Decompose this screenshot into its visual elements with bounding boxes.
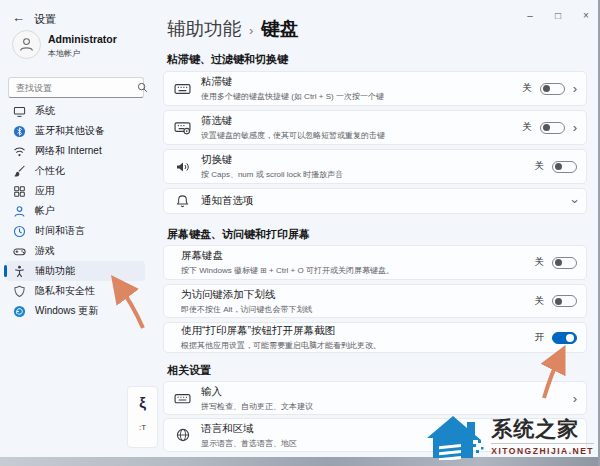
chevron-down-icon: › xyxy=(568,199,581,203)
breadcrumb-parent[interactable]: 辅助功能 xyxy=(167,16,241,41)
toggle-state-label: 关 xyxy=(522,82,532,95)
user-account-type: 本地帐户 xyxy=(48,48,80,59)
settings-window: ← 设置 – □ × Administrator 本地帐户 系统 蓝牙和其他设备 xyxy=(0,0,600,466)
language-icon xyxy=(164,427,201,443)
watermark-domain: XITONGZHIJIA.NET xyxy=(491,443,594,456)
row-typing[interactable]: 输入 拼写检查、自动更正、文本建议 › xyxy=(163,381,587,415)
row-subtitle: 即使不按住 Alt，访问键也会带下划线 xyxy=(181,304,313,315)
section-title-osk-access-printscreen: 屏幕键盘、访问键和打印屏幕 xyxy=(167,227,310,242)
sidebar-item-label: 隐私和安全性 xyxy=(35,284,95,298)
fragment-glyph: ξ xyxy=(128,394,157,411)
sidebar-item-gaming[interactable]: 游戏 xyxy=(5,241,145,261)
sidebar-item-label: Windows 更新 xyxy=(35,304,98,318)
underline-access-keys-toggle[interactable] xyxy=(552,295,577,307)
sticky-keys-icon xyxy=(164,80,201,97)
filter-keys-toggle[interactable] xyxy=(540,122,565,134)
breadcrumb-separator-icon: › xyxy=(249,23,253,38)
typing-keyboard-icon xyxy=(164,390,201,407)
minimize-button[interactable]: – xyxy=(524,10,536,21)
chevron-right-icon: › xyxy=(573,392,577,405)
apps-icon xyxy=(12,185,26,198)
sidebar-item-apps[interactable]: 应用 xyxy=(5,181,145,201)
accounts-icon xyxy=(12,205,26,218)
filter-keys-icon xyxy=(164,119,201,136)
accessibility-icon xyxy=(12,265,26,278)
chevron-right-icon: › xyxy=(573,82,577,95)
section-title-related-settings: 相关设置 xyxy=(167,363,211,378)
row-title: 语言和区域 xyxy=(201,422,297,436)
row-onscreen-keyboard[interactable]: 屏幕键盘 按下 Windows 徽标键 ⊞ + Ctrl + O 可打开或关闭屏… xyxy=(163,245,587,280)
row-toggle-keys[interactable]: 切换键 按 Caps、num 或 scroll lock 时播放声音 关 xyxy=(163,149,587,184)
sidebar-item-label: 系统 xyxy=(35,104,55,118)
sidebar-item-label: 网络和 Internet xyxy=(35,144,102,158)
maximize-button[interactable]: □ xyxy=(552,10,564,21)
sticky-keys-toggle[interactable] xyxy=(540,83,565,95)
row-notification-preferences[interactable]: 通知首选项 › xyxy=(163,188,587,214)
window-title: 设置 xyxy=(34,12,56,27)
sidebar-item-accounts[interactable]: 帐户 xyxy=(5,201,145,221)
user-icon xyxy=(18,36,35,53)
sidebar-item-network[interactable]: 网络和 Internet xyxy=(5,141,145,161)
row-title: 使用“打印屏幕”按钮打开屏幕截图 xyxy=(181,324,381,338)
row-title: 输入 xyxy=(201,385,313,399)
sidebar-item-label: 个性化 xyxy=(35,164,65,178)
row-subtitle: 按下 Windows 徽标键 ⊞ + Ctrl + O 可打开或关闭屏幕键盘。 xyxy=(181,265,394,276)
gaming-icon xyxy=(12,245,26,258)
toggle-state-label: 关 xyxy=(535,256,545,269)
print-screen-toggle[interactable] xyxy=(552,332,577,344)
sidebar-item-label: 游戏 xyxy=(35,244,55,258)
sidebar-item-label: 帐户 xyxy=(35,204,55,218)
sidebar-item-system[interactable]: 系统 xyxy=(5,101,145,121)
row-title: 通知首选项 xyxy=(201,194,254,208)
toggle-keys-toggle[interactable] xyxy=(552,161,577,173)
network-icon xyxy=(12,145,26,158)
fragment-caption: :T xyxy=(128,423,157,432)
row-subtitle: 按 Caps、num 或 scroll lock 时播放声音 xyxy=(201,169,343,180)
toggle-keys-speaker-icon xyxy=(164,159,201,175)
search-box xyxy=(8,77,144,98)
close-button[interactable]: × xyxy=(580,10,592,21)
row-title: 屏幕键盘 xyxy=(181,249,394,263)
sidebar-item-bluetooth[interactable]: 蓝牙和其他设备 xyxy=(5,121,145,141)
sidebar-item-label: 蓝牙和其他设备 xyxy=(35,124,105,138)
row-title: 筛选键 xyxy=(201,114,385,128)
search-input[interactable] xyxy=(9,83,137,93)
watermark: 系统之家 XITONGZHIJIA.NET xyxy=(423,414,594,460)
user-name: Administrator xyxy=(48,33,117,45)
row-subtitle: 使用多个键的键盘快捷键 (如 Ctrl + S) 一次按一个键 xyxy=(201,91,384,102)
sidebar-item-time-language[interactable]: 时间和语言 xyxy=(5,221,145,241)
sidebar-item-accessibility[interactable]: 辅助功能 xyxy=(5,261,145,281)
row-title: 为访问键添加下划线 xyxy=(181,288,313,302)
sidebar-item-privacy[interactable]: 隐私和安全性 xyxy=(5,281,145,301)
time-language-icon xyxy=(12,225,26,238)
toggle-state-label: 关 xyxy=(522,121,532,134)
watermark-brand: 系统之家 xyxy=(491,418,594,439)
sidebar-item-label: 应用 xyxy=(35,184,55,198)
bell-icon xyxy=(164,194,201,209)
row-subtitle: 根据其他应用设置，可能需要重启电脑才能看到此更改。 xyxy=(181,340,381,351)
row-underline-access-keys[interactable]: 为访问键添加下划线 即使不按住 Alt，访问键也会带下划线 关 xyxy=(163,284,587,318)
watermark-house-icon xyxy=(423,414,485,460)
row-sticky-keys[interactable]: 粘滞键 使用多个键的键盘快捷键 (如 Ctrl + S) 一次按一个键 关 › xyxy=(163,71,587,106)
row-filter-keys[interactable]: 筛选键 设置键盘的敏感度，使其可以忽略短暂或重复的击键 关 › xyxy=(163,110,587,145)
breadcrumb: 辅助功能 › 键盘 xyxy=(167,16,298,41)
sidebar-nav: 系统 蓝牙和其他设备 网络和 Internet 个性化 应用 帐户 时间和语言 xyxy=(0,101,150,321)
row-print-screen-snipping[interactable]: 使用“打印屏幕”按钮打开屏幕截图 根据其他应用设置，可能需要重启电脑才能看到此更… xyxy=(163,322,587,353)
back-button[interactable]: ← xyxy=(12,10,25,25)
toggle-state-label: 关 xyxy=(535,295,545,308)
page-title: 键盘 xyxy=(261,16,298,41)
sidebar-item-personalization[interactable]: 个性化 xyxy=(5,161,145,181)
chevron-right-icon: › xyxy=(573,121,577,134)
sidebar-item-windows-update[interactable]: Windows 更新 xyxy=(5,301,145,321)
bluetooth-icon xyxy=(12,125,26,138)
onscreen-keyboard-toggle[interactable] xyxy=(552,257,577,269)
system-monitor-icon xyxy=(12,105,26,118)
privacy-shield-icon xyxy=(12,285,26,298)
sidebar-item-label: 辅助功能 xyxy=(35,264,75,278)
row-title: 切换键 xyxy=(201,153,343,167)
windows-update-icon xyxy=(12,305,26,318)
avatar[interactable] xyxy=(12,30,41,59)
row-subtitle: 设置键盘的敏感度，使其可以忽略短暂或重复的击键 xyxy=(201,130,385,141)
row-subtitle: 显示语言、首选语言、地区 xyxy=(201,438,297,449)
toggle-state-label: 关 xyxy=(535,160,545,173)
